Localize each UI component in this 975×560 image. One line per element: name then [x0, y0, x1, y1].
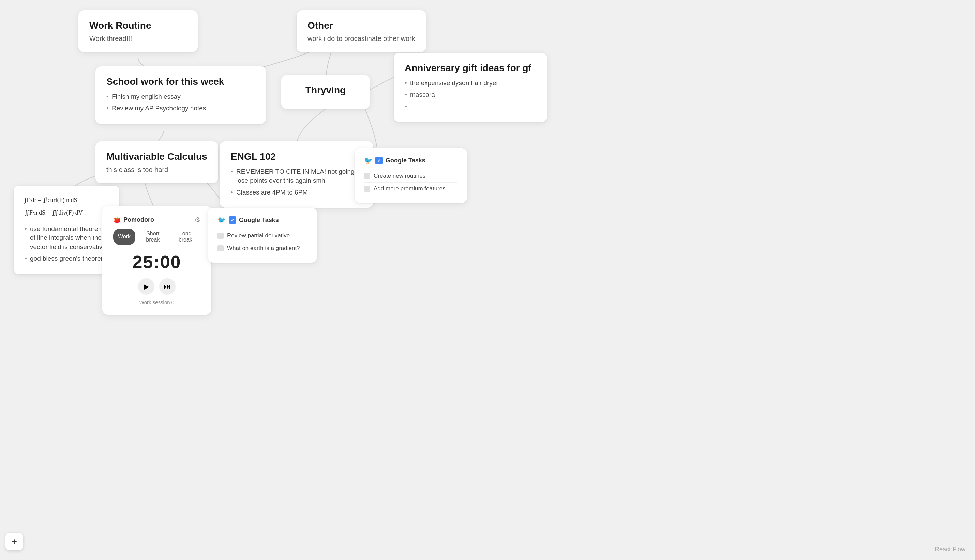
- anki-icon: 🐦: [364, 157, 373, 165]
- work-routine-node[interactable]: Work Routine Work thread!!!: [79, 10, 198, 52]
- engl-node[interactable]: ENGL 102 REMEMBER TO CITE IN MLA! not go…: [220, 142, 373, 208]
- list-item: [405, 101, 536, 113]
- list-item: god bless green's theorem: [25, 253, 109, 265]
- work-routine-subtitle: Work thread!!!: [89, 35, 187, 43]
- work-routine-title: Work Routine: [89, 20, 187, 31]
- thryving-node[interactable]: Thryving: [281, 75, 370, 109]
- gtask-item[interactable]: Create new routines: [364, 170, 458, 183]
- list-item: Classes are 4PM to 6PM: [231, 187, 362, 198]
- pomo-skip-button[interactable]: ⏭: [159, 278, 176, 295]
- pomo-tab-work[interactable]: Work: [113, 228, 135, 245]
- gtask-checkbox[interactable]: [364, 186, 370, 192]
- gtask-checkbox[interactable]: [364, 173, 370, 179]
- other-title: Other: [308, 20, 415, 31]
- pomo-label: Pomodoro: [124, 216, 154, 223]
- gtask-item[interactable]: What on earth is a gradient?: [217, 242, 308, 255]
- pomo-play-button[interactable]: ▶: [138, 278, 154, 295]
- other-node[interactable]: Other work i do to procastinate other wo…: [297, 10, 426, 52]
- engl-list: REMEMBER TO CITE IN MLA! not going to lo…: [231, 166, 362, 198]
- list-item: REMEMBER TO CITE IN MLA! not going to lo…: [231, 166, 362, 187]
- gtask-item-label: Add more premium features: [374, 185, 446, 192]
- school-title: School work for this week: [106, 76, 255, 88]
- pomo-header: 🍅 Pomodoro ⚙: [113, 216, 201, 224]
- gtask-checkbox[interactable]: [217, 245, 224, 252]
- pomo-controls: ▶ ⏭: [113, 278, 201, 295]
- gtask-bottom-title: Google Tasks: [239, 217, 279, 224]
- gtask-right-title: Google Tasks: [386, 157, 425, 164]
- multivariable-node[interactable]: Multivariable Calculus this class is too…: [95, 142, 218, 183]
- gtask-item-label: What on earth is a gradient?: [227, 245, 300, 252]
- gtask-header: 🐦 ✓ Google Tasks: [364, 157, 458, 165]
- list-item: the expensive dyson hair dryer: [405, 77, 536, 89]
- pomo-title-area: 🍅 Pomodoro: [113, 216, 154, 223]
- pomo-tabs: Work Short break Long break: [113, 228, 201, 245]
- anki-icon-2: 🐦: [217, 216, 226, 224]
- thryving-title: Thryving: [306, 85, 346, 96]
- pomo-settings-button[interactable]: ⚙: [194, 216, 201, 224]
- list-item: Finish my english essay: [106, 91, 255, 103]
- pomo-tab-long[interactable]: Long break: [171, 228, 201, 245]
- other-subtitle: work i do to procastinate other work: [308, 35, 415, 43]
- pomo-session: Work session 0: [113, 299, 201, 305]
- engl-title: ENGL 102: [231, 151, 362, 162]
- list-item: Review my AP Psychology notes: [106, 103, 255, 115]
- anniversary-node[interactable]: Anniversary gift ideas for gf the expens…: [394, 53, 547, 122]
- list-item: use fundamental theorem of line integral…: [25, 223, 109, 253]
- gtask-item-label: Create new routines: [374, 173, 425, 180]
- react-flow-label: React Flow: [935, 546, 965, 553]
- gtask-checkbox[interactable]: [217, 233, 224, 239]
- pomo-icon: 🍅: [113, 216, 121, 223]
- anniversary-title: Anniversary gift ideas for gf: [405, 62, 536, 74]
- pomodoro-node[interactable]: 🍅 Pomodoro ⚙ Work Short break Long break…: [102, 206, 211, 315]
- gtask-bottom-header: 🐦 ✓ Google Tasks: [217, 216, 308, 224]
- formula-line2: ∬F·n dS = ∭div(F) dV: [25, 208, 109, 218]
- add-node-button[interactable]: +: [5, 533, 23, 550]
- formula-list: use fundamental theorem of line integral…: [25, 223, 109, 265]
- pomo-tab-short[interactable]: Short break: [137, 228, 168, 245]
- list-item: mascara: [405, 89, 536, 101]
- gtask-item[interactable]: Review partial derivative: [217, 230, 308, 242]
- gtasks-bottom-node[interactable]: 🐦 ✓ Google Tasks Review partial derivati…: [208, 208, 317, 263]
- google-tasks-icon: ✓: [375, 157, 383, 164]
- multivariable-subtitle: this class is too hard: [106, 166, 207, 174]
- google-tasks-icon-2: ✓: [229, 216, 236, 224]
- school-node[interactable]: School work for this week Finish my engl…: [95, 67, 266, 124]
- anniversary-list: the expensive dyson hair dryer mascara: [405, 77, 536, 113]
- pomo-timer: 25:00: [113, 252, 201, 272]
- gtasks-right-node[interactable]: 🐦 ✓ Google Tasks Create new routines Add…: [355, 148, 467, 203]
- gtask-item[interactable]: Add more premium features: [364, 183, 458, 195]
- multivariable-title: Multivariable Calculus: [106, 151, 207, 162]
- formula-line1: ∫F·dr = ∬curl(F)·n dS: [25, 195, 109, 205]
- school-list: Finish my english essay Review my AP Psy…: [106, 91, 255, 115]
- gtask-item-label: Review partial derivative: [227, 232, 290, 239]
